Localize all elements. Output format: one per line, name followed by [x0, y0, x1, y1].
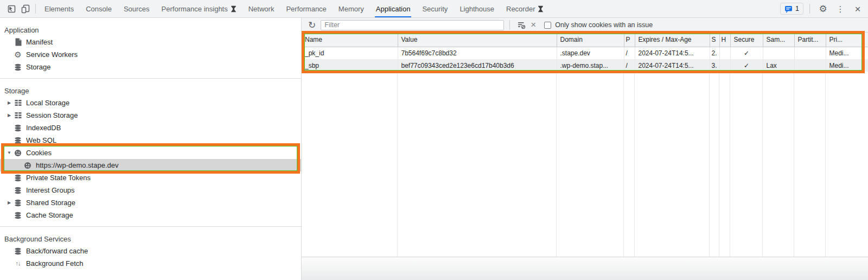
tab-performance-insights[interactable]: Performance insights: [156, 0, 242, 17]
sidebar-item-cookies[interactable]: ▼ Cookies: [0, 147, 301, 159]
sidebar-item-back-forward-cache[interactable]: Back/forward cache: [0, 245, 301, 257]
refresh-icon[interactable]: ↻: [308, 20, 316, 31]
gear-icon: ⚙: [13, 50, 23, 59]
delete-cookie-button[interactable]: ×: [527, 19, 539, 31]
inspect-cursor-icon: [6, 3, 17, 14]
column-header-path[interactable]: P: [624, 33, 635, 47]
sidebar-item-service-workers[interactable]: ⚙ Service Workers: [0, 48, 301, 61]
cookie-value-preview-pane: [302, 257, 868, 280]
cell-value[interactable]: bef77c09343ced2e123e6cd17b40b3d6: [398, 59, 557, 72]
inspect-element-button[interactable]: [4, 2, 18, 16]
sidebar-item-background-fetch[interactable]: ↑↓ Background Fetch: [0, 257, 301, 270]
sidebar-item-manifest[interactable]: Manifest: [0, 36, 301, 48]
close-devtools-button[interactable]: ×: [851, 2, 865, 16]
column-header-secure[interactable]: Secure: [730, 33, 763, 47]
tab-sources[interactable]: Sources: [118, 0, 156, 17]
tab-lighthouse[interactable]: Lighthouse: [454, 0, 500, 17]
tab-console[interactable]: Console: [80, 0, 118, 17]
table-grid-icon: [13, 99, 23, 106]
tab-performance[interactable]: Performance: [280, 0, 332, 17]
sidebar-item-shared-storage[interactable]: ▶ Shared Storage: [0, 196, 301, 209]
more-options-button[interactable]: ⋮: [833, 2, 847, 16]
column-header-samesite[interactable]: Sam...: [763, 33, 794, 47]
section-title: Background Services: [0, 233, 301, 245]
cookies-panel: ↻ × Only show cookies with: [302, 18, 868, 280]
chevron-right-icon[interactable]: ▶: [5, 100, 13, 105]
cell-partition[interactable]: [794, 59, 826, 72]
clear-filter-button[interactable]: [515, 19, 527, 31]
chevron-down-icon[interactable]: ▼: [5, 150, 13, 155]
tab-elements[interactable]: Elements: [39, 0, 80, 17]
column-header-partition[interactable]: Partit...: [794, 33, 826, 47]
cell-httponly[interactable]: [719, 47, 730, 59]
sidebar-item-local-storage[interactable]: ▶ Local Storage: [0, 97, 301, 109]
cookie-icon: [13, 149, 23, 157]
cookie-table-header: Name Value Domain P Expires / Max-Age S …: [302, 33, 868, 47]
tab-security[interactable]: Security: [416, 0, 454, 17]
column-header-name[interactable]: Name: [302, 33, 398, 47]
tab-memory[interactable]: Memory: [333, 0, 370, 17]
cell-partition[interactable]: [794, 47, 826, 59]
database-icon: [13, 174, 23, 182]
cookie-row-sbp[interactable]: _sbp bef77c09343ced2e123e6cd17b40b3d6 .w…: [302, 59, 868, 72]
column-header-priority[interactable]: Pri...: [826, 33, 868, 47]
settings-button[interactable]: ⚙: [816, 2, 830, 16]
cell-priority[interactable]: Medi...: [826, 47, 868, 59]
cell-path[interactable]: /: [624, 47, 635, 59]
sidebar-item-private-state-tokens[interactable]: Private State Tokens: [0, 171, 301, 184]
sidebar-item-storage[interactable]: Storage: [0, 61, 301, 73]
cell-name[interactable]: _sbp: [302, 59, 398, 72]
sidebar-item-web-sql[interactable]: Web SQL: [0, 134, 301, 147]
cell-priority[interactable]: Medi...: [826, 59, 868, 72]
column-header-domain[interactable]: Domain: [557, 33, 624, 47]
cell-domain[interactable]: .stape.dev: [557, 47, 624, 59]
clear-filter-icon: [517, 21, 526, 29]
sidebar-item-indexeddb[interactable]: IndexedDB: [0, 122, 301, 134]
cookies-toolbar: ↻ × Only show cookies with: [302, 18, 868, 33]
cell-size[interactable]: 3.: [710, 59, 719, 72]
section-title: Application: [0, 24, 301, 36]
device-toolbar-icon: [20, 3, 31, 14]
issue-filter-checkbox[interactable]: [544, 22, 551, 29]
sidebar-item-session-storage[interactable]: ▶ Session Storage: [0, 109, 301, 122]
toolbar-separator: [509, 20, 510, 30]
cell-expires[interactable]: 2024-07-24T14:5...: [635, 47, 710, 59]
cell-samesite[interactable]: Lax: [763, 59, 794, 72]
chevron-right-icon[interactable]: ▶: [5, 200, 13, 205]
column-header-value[interactable]: Value: [398, 33, 557, 47]
cell-name[interactable]: _pk_id: [302, 47, 398, 59]
file-icon: [13, 38, 23, 46]
sidebar-item-interest-groups[interactable]: Interest Groups: [0, 184, 301, 196]
cell-secure[interactable]: ✓: [730, 59, 763, 72]
up-down-arrows-icon: ↑↓: [13, 260, 23, 266]
filter-input[interactable]: [321, 20, 504, 30]
database-icon: [13, 124, 23, 132]
database-icon: [13, 187, 23, 194]
cell-httponly[interactable]: [719, 59, 730, 72]
tab-application[interactable]: Application: [370, 0, 417, 17]
toolbar-separator: [809, 4, 810, 14]
cell-size[interactable]: 2.: [710, 47, 719, 59]
column-header-size[interactable]: S: [710, 33, 719, 47]
column-header-httponly[interactable]: H: [719, 33, 730, 47]
tab-recorder[interactable]: Recorder: [500, 0, 550, 17]
sidebar-item-cache-storage[interactable]: Cache Storage: [0, 209, 301, 221]
cell-expires[interactable]: 2024-07-24T14:5...: [635, 59, 710, 72]
database-icon: [13, 199, 23, 207]
cell-domain[interactable]: .wp-demo.stap...: [557, 59, 624, 72]
issue-filter-label[interactable]: Only show cookies with an issue: [555, 21, 653, 29]
cell-secure[interactable]: ✓: [730, 47, 763, 59]
cell-value[interactable]: 7b564f69c7c8bd32: [398, 47, 557, 59]
kebab-menu-icon: ⋮: [837, 5, 845, 13]
tab-network[interactable]: Network: [242, 0, 280, 17]
sidebar-item-cookie-origin[interactable]: https://wp-demo.stape.dev: [0, 159, 301, 171]
cell-samesite[interactable]: [763, 47, 794, 59]
device-toolbar-button[interactable]: [18, 2, 33, 16]
close-icon: ×: [854, 4, 860, 14]
column-header-expires[interactable]: Expires / Max-Age: [635, 33, 710, 47]
table-grid-icon: [13, 112, 23, 119]
chevron-right-icon[interactable]: ▶: [5, 113, 13, 118]
cell-path[interactable]: /: [624, 59, 635, 72]
cookie-row-pk-id[interactable]: _pk_id 7b564f69c7c8bd32 .stape.dev / 202…: [302, 47, 868, 59]
issues-button[interactable]: 1: [780, 3, 803, 15]
